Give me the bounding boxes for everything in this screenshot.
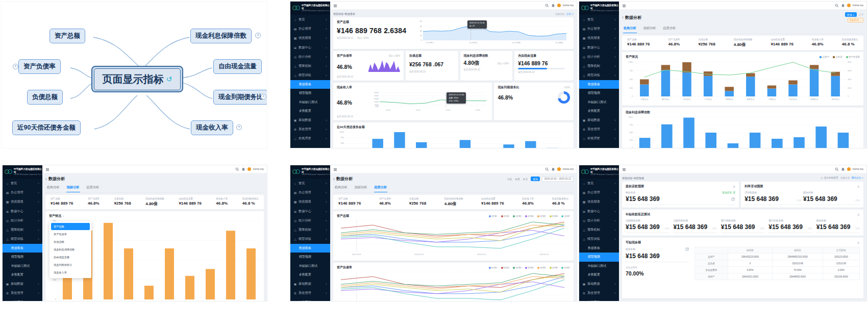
dropdown-option-资产总额[interactable]: 资产总额	[51, 223, 90, 230]
sidebar-subitem-数据看板[interactable]: 数据看板	[579, 244, 619, 253]
sidebar-item-office[interactable]: ▤办公管理∨	[579, 24, 619, 34]
search-icon[interactable]	[235, 167, 239, 171]
sidebar-subitem-补贴缺口测试[interactable]: 补贴缺口测试	[579, 262, 619, 270]
sidebar-item-online-dev[interactable]: ◇在线开发∨	[290, 298, 330, 301]
sidebar-item-home[interactable]: ⌂首页∨	[3, 179, 42, 188]
bell-icon[interactable]	[551, 4, 555, 8]
tab-机构分析[interactable]: 机构分析	[334, 184, 348, 192]
sidebar-item-data-center[interactable]: ⊞数据中心∨	[3, 207, 42, 216]
sidebar-subitem-补贴缺口测试[interactable]: 补贴缺口测试	[579, 98, 619, 107]
sidebar-item-statistics[interactable]: ◎统计分析∨	[290, 216, 330, 225]
sidebar-item-online-dev[interactable]: ◇在线开发∨	[3, 298, 42, 301]
sidebar-subitem-模型预测[interactable]: 模型预测	[579, 89, 619, 97]
collapse-sidebar-icon[interactable]	[333, 4, 337, 8]
query-button[interactable]: 查询	[531, 177, 540, 181]
sidebar-item-base-data[interactable]: ▣基础数据∨	[579, 115, 619, 124]
sidebar-item-system[interactable]: ⚙系统管理∨	[579, 288, 619, 297]
sidebar-item-online-dev[interactable]: ◇在线开发∨	[579, 134, 619, 143]
tab-机构分析[interactable]: 机构分析	[623, 24, 637, 33]
sidebar-item-home[interactable]: ⌂首页∨	[579, 15, 619, 24]
sidebar-item-data-center[interactable]: ⊞数据中心∨	[579, 43, 619, 52]
sidebar-subitem-参数配置[interactable]: 参数配置	[3, 270, 42, 279]
sidebar-subitem-数据看板[interactable]: 数据看板	[579, 80, 619, 89]
sidebar-item-model-training[interactable]: △模型训练∧	[579, 235, 619, 244]
sidebar-subitem-模型预测[interactable]: 模型预测	[290, 253, 330, 261]
region-button[interactable]: 区域 ∨	[845, 12, 857, 17]
tab-指标分析[interactable]: 指标分析	[66, 184, 80, 192]
sidebar-item-statistics[interactable]: ◎统计分析∨	[3, 216, 42, 225]
mindmap-node-left-1[interactable]: 资产负债率	[18, 59, 61, 74]
search-icon[interactable]	[835, 4, 839, 8]
dropdown-option-自由现金流量[interactable]: 自由现金流量	[51, 254, 90, 261]
sidebar-item-model-training[interactable]: △模型训练∧	[290, 235, 330, 244]
search-icon[interactable]	[835, 167, 839, 171]
collapse-sidebar-icon[interactable]	[622, 4, 626, 8]
sidebar-subitem-数据看板[interactable]: 数据看板	[290, 80, 330, 89]
sidebar-subitem-参数配置[interactable]: 参数配置	[579, 270, 619, 279]
gear-icon[interactable]: ⚙	[857, 241, 860, 244]
bell-icon[interactable]	[551, 167, 555, 171]
search-icon[interactable]	[545, 4, 549, 8]
bell-icon[interactable]	[241, 167, 245, 171]
mindmap-node-left-2[interactable]: 负债总额	[27, 90, 63, 105]
mindmap-node-right-1[interactable]: 自由现金流量	[213, 59, 262, 74]
sidebar-item-home[interactable]: ⌂首页∨	[290, 179, 330, 188]
sidebar-subitem-补贴缺口测试[interactable]: 补贴缺口测试	[290, 98, 330, 107]
tab-趋势分析[interactable]: 趋势分析	[663, 24, 677, 33]
enterprise-select[interactable]: 测试企业 ∨	[852, 177, 863, 179]
sidebar-item-system[interactable]: ⚙系统管理∨	[290, 124, 330, 134]
sidebar-item-statistics[interactable]: ◎统计分析∨	[579, 216, 619, 225]
collapse-sidebar-icon[interactable]	[622, 168, 626, 172]
back-icon[interactable]: ‹	[622, 15, 624, 20]
dropdown-option-资产负债率[interactable]: 资产负债率	[51, 231, 90, 238]
sidebar-item-model-training[interactable]: △模型训练∧	[290, 71, 330, 80]
sidebar-subitem-参数配置[interactable]: 参数配置	[579, 107, 619, 115]
sidebar-item-online-dev[interactable]: ◇在线开发∨	[579, 298, 619, 301]
sidebar-item-office[interactable]: ▤办公管理∨	[3, 188, 42, 197]
gear-icon[interactable]: ⚙	[733, 185, 735, 188]
mindmap-node-right-2[interactable]: 现金到期债务比	[213, 90, 267, 105]
back-icon[interactable]: ‹	[45, 177, 47, 182]
expand-plus-icon[interactable]: +	[255, 33, 261, 38]
sidebar-item-report[interactable]: ▦信息报送∨	[3, 197, 42, 207]
sidebar-subitem-参数配置[interactable]: 参数配置	[290, 270, 330, 279]
company-toggle[interactable]: 公司	[859, 13, 863, 16]
gear-icon[interactable]: ⚙	[857, 213, 860, 216]
sidebar-item-home[interactable]: ⌂首页∨	[290, 15, 330, 24]
tab-机构分析[interactable]: 机构分析	[46, 184, 60, 192]
sidebar-item-model-training[interactable]: △模型训练∧	[579, 71, 619, 80]
tab-指标分析[interactable]: 指标分析	[643, 24, 657, 33]
filter-region-button[interactable]: 筛选区域 ∨	[848, 18, 863, 22]
sidebar-subitem-参数配置[interactable]: 参数配置	[290, 107, 330, 115]
mindmap-node-right-3[interactable]: 现金收入率	[191, 120, 233, 135]
sidebar-item-warning[interactable]: △预警机制∨	[3, 225, 42, 234]
bell-icon[interactable]	[841, 167, 845, 171]
sidebar-item-system[interactable]: ⚙系统管理∨	[3, 288, 42, 297]
expand-plus-icon[interactable]: +	[261, 94, 266, 99]
sidebar-item-model-training[interactable]: △模型训练∧	[3, 235, 42, 244]
sidebar-item-base-data[interactable]: ▣基础数据∨	[290, 279, 330, 288]
quick-range-今日[interactable]: 今日	[507, 178, 512, 181]
tab-趋势分析[interactable]: 趋势分析	[374, 184, 388, 192]
sidebar-item-system[interactable]: ⚙系统管理∨	[290, 288, 330, 297]
user-avatar[interactable]	[247, 167, 251, 171]
bell-icon[interactable]	[841, 4, 845, 8]
quick-range-本月[interactable]: 本月	[523, 178, 528, 181]
indicator-dropdown-trigger[interactable]: ∨	[63, 215, 64, 217]
sidebar-subitem-模型预测[interactable]: 模型预测	[3, 253, 42, 261]
sidebar-item-statistics[interactable]: ◎统计分析∨	[290, 52, 330, 61]
tab-趋势分析[interactable]: 趋势分析	[86, 184, 100, 192]
sidebar-item-system[interactable]: ⚙系统管理∨	[579, 124, 619, 134]
expand-plus-icon[interactable]: +	[236, 124, 242, 130]
sidebar-item-warning[interactable]: △预警机制∨	[290, 225, 330, 234]
sidebar-subitem-模型预测[interactable]: 模型预测	[290, 89, 330, 97]
sidebar-item-data-center[interactable]: ⊞数据中心∨	[290, 43, 330, 52]
user-avatar[interactable]	[847, 167, 851, 171]
sidebar-subitem-模型预测[interactable]: 模型预测	[579, 253, 619, 261]
collapse-sidebar-icon[interactable]	[45, 168, 49, 172]
user-avatar[interactable]	[557, 4, 561, 7]
mindmap-node-left-0[interactable]: 资产总额	[49, 29, 85, 43]
mindmap-center-node[interactable]: 页面显示指标↺	[91, 66, 183, 92]
sidebar-subitem-补贴缺口测试[interactable]: 补贴缺口测试	[290, 262, 330, 270]
expand-plus-icon[interactable]: +	[13, 64, 18, 69]
